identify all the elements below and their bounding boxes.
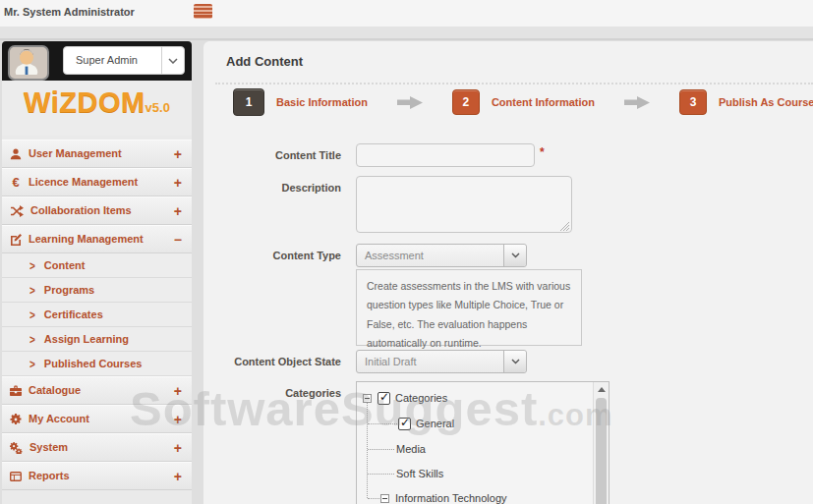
tree-node-label[interactable]: Information Technology xyxy=(395,492,507,504)
resize-grip-icon[interactable] xyxy=(560,222,569,231)
content-title-input[interactable] xyxy=(356,143,535,167)
sidebar-subitem-label: Programs xyxy=(44,284,94,296)
logged-in-user: Mr. System Administrator xyxy=(4,6,135,18)
user-icon xyxy=(10,148,22,160)
sidebar-subitem-programs[interactable]: >Programs xyxy=(2,278,192,303)
required-asterisk: * xyxy=(540,145,545,159)
tree-node-label[interactable]: Soft Skills xyxy=(396,468,443,479)
tree-node-label[interactable]: Categories xyxy=(395,392,447,404)
expand-plus-icon[interactable]: + xyxy=(174,377,182,406)
edit-icon xyxy=(10,234,22,246)
sidebar-subitem-assign-learning[interactable]: >Assign Learning xyxy=(2,327,192,352)
gear-icon xyxy=(10,414,22,425)
sidebar-item-label: System xyxy=(29,433,68,462)
sidebar-item-learning-management[interactable]: Learning Management − xyxy=(2,225,192,253)
expand-plus-icon[interactable]: + xyxy=(174,140,182,169)
content-title-label: Content Title xyxy=(203,149,341,161)
sidebar-subitem-published-courses[interactable]: >Published Courses xyxy=(2,352,192,376)
arrow-right-icon xyxy=(624,95,650,110)
brand-logo: WiZDOMv5.0 xyxy=(2,81,192,136)
content-object-state-value: Initial Draft xyxy=(365,356,417,367)
main-panel: Add Content 1 Basic Information 2 Conten… xyxy=(203,41,813,504)
sidebar-item-user-management[interactable]: User Management + xyxy=(2,140,192,168)
step-1-badge: 1 xyxy=(233,88,264,116)
tree-node-soft-skills: Soft Skills xyxy=(396,465,443,482)
page-title: Add Content xyxy=(226,54,303,69)
chevron-right-icon: > xyxy=(29,350,35,379)
chevron-down-icon[interactable] xyxy=(503,351,526,372)
content-type-value: Assessment xyxy=(365,250,424,261)
step-3-badge: 3 xyxy=(679,89,707,115)
hamburger-menu-icon[interactable] xyxy=(194,4,212,19)
tree-connector-line xyxy=(368,498,379,499)
shuffle-icon xyxy=(10,205,24,217)
avatar[interactable] xyxy=(8,45,49,81)
scroll-up-icon[interactable] xyxy=(594,382,609,397)
chevron-down-icon[interactable] xyxy=(161,47,184,74)
tree-connector-line xyxy=(368,423,397,424)
sidebar: Super Admin WiZDOMv5.0 User Management +… xyxy=(2,41,192,504)
euro-icon: € xyxy=(10,168,22,196)
sidebar-item-licence-management[interactable]: € Licence Management + xyxy=(2,168,192,196)
tree-collapse-icon[interactable] xyxy=(380,494,389,503)
description-textarea[interactable] xyxy=(356,176,572,233)
general-checkbox[interactable] xyxy=(398,418,411,430)
sidebar-item-label: User Management xyxy=(29,140,122,168)
wizard-steps: 1 Basic Information 2 Content Informatio… xyxy=(233,88,813,116)
sidebar-item-reports[interactable]: Reports + xyxy=(2,462,192,490)
expand-plus-icon[interactable]: + xyxy=(174,463,182,491)
expand-plus-icon[interactable]: + xyxy=(174,406,182,434)
tree-node-label[interactable]: General xyxy=(416,418,454,429)
sidebar-subitem-label: Published Courses xyxy=(44,358,143,369)
tree-node-categories: Categories xyxy=(363,389,447,407)
role-selector-dropdown[interactable]: Super Admin xyxy=(63,46,185,75)
expand-plus-icon[interactable]: + xyxy=(174,169,182,197)
sidebar-item-system[interactable]: System + xyxy=(2,433,192,462)
content-type-select[interactable]: Assessment xyxy=(356,244,527,267)
categories-checkbox[interactable] xyxy=(377,392,390,405)
expand-plus-icon[interactable]: + xyxy=(174,434,182,463)
sidebar-subitem-label: Content xyxy=(44,259,86,271)
content-object-state-label: Content Object State xyxy=(203,356,341,367)
sidebar-item-my-account[interactable]: My Account + xyxy=(2,405,192,433)
sidebar-header: Super Admin xyxy=(2,41,192,81)
sidebar-subitem-label: Assign Learning xyxy=(44,333,129,345)
tree-node-information-technology: Information Technology xyxy=(380,489,507,504)
top-bar: Mr. System Administrator xyxy=(0,0,813,28)
tree-node-general: General xyxy=(398,415,454,432)
tree-connector-line xyxy=(368,449,394,450)
step-2-badge: 2 xyxy=(452,89,480,115)
sidebar-item-label: My Account xyxy=(29,405,89,433)
tree-scrollbar[interactable] xyxy=(593,382,609,504)
collapse-minus-icon[interactable]: − xyxy=(174,226,182,254)
sidebar-subitem-label: Certificates xyxy=(44,308,103,320)
sidebar-subitem-content[interactable]: >Content xyxy=(2,253,192,278)
arrow-right-icon xyxy=(397,95,423,110)
sidebar-item-catalogue[interactable]: Catalogue + xyxy=(2,376,192,405)
step-3-label: Publish As Course xyxy=(719,96,813,108)
content-object-state-select[interactable]: Initial Draft xyxy=(356,350,527,373)
sidebar-item-label: Reports xyxy=(29,462,70,490)
sidebar-item-label: Collaboration Items xyxy=(30,196,132,225)
scrollbar-thumb[interactable] xyxy=(596,398,607,504)
expand-plus-icon[interactable]: + xyxy=(174,197,182,226)
role-selector-value: Super Admin xyxy=(76,54,138,66)
content-type-help-text: Create assessments in the LMS with vario… xyxy=(356,269,582,346)
sidebar-subitem-certificates[interactable]: >Certificates xyxy=(2,303,192,327)
tree-collapse-icon[interactable] xyxy=(363,394,372,403)
title-divider xyxy=(215,83,813,84)
tree-node-media: Media xyxy=(396,440,426,458)
sidebar-item-label: Catalogue xyxy=(29,376,81,405)
sidebar-item-label: Learning Management xyxy=(29,225,144,253)
chevron-down-icon[interactable] xyxy=(503,245,526,266)
brand-name: WiZDOM xyxy=(24,86,145,118)
gears-icon xyxy=(10,442,23,454)
sidebar-menu: User Management + € Licence Management +… xyxy=(2,140,192,490)
description-label: Description xyxy=(203,182,341,194)
sidebar-item-collaboration-items[interactable]: Collaboration Items + xyxy=(2,196,192,225)
tree-node-label[interactable]: Media xyxy=(396,443,426,455)
briefcase-icon xyxy=(10,385,22,397)
report-icon xyxy=(10,471,22,482)
categories-label: Categories xyxy=(203,387,341,399)
content-type-label: Content Type xyxy=(203,250,341,261)
